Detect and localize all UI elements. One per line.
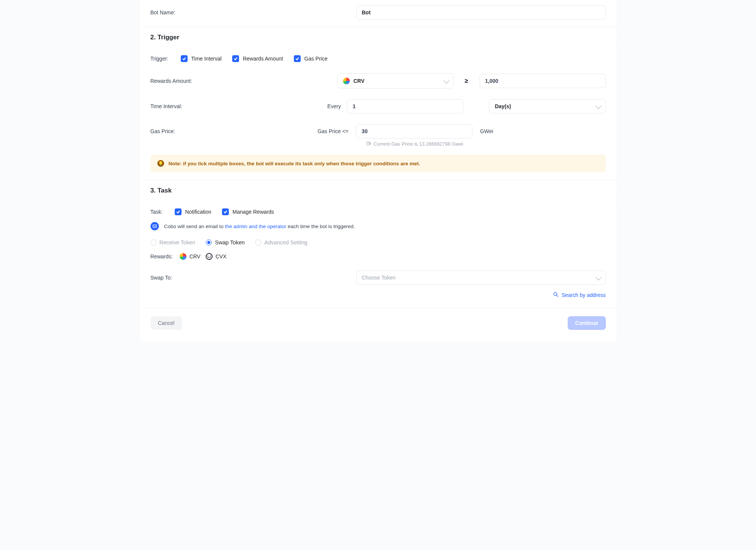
- task-label: Task:: [151, 209, 167, 215]
- swap-to-row: Swap To: Choose Token: [140, 267, 616, 289]
- trigger-checkbox-row: Trigger: Time Interval Rewards Amount Ga…: [140, 47, 616, 67]
- radio-icon: [151, 239, 157, 245]
- task-checkbox-row: Task: Notification Manage Rewards: [140, 200, 616, 220]
- reward-token-cvx: CVX: [206, 253, 227, 260]
- check-icon: [175, 208, 182, 215]
- chevron-down-icon: [595, 274, 601, 280]
- cvx-token-icon: [206, 253, 213, 260]
- svg-point-3: [554, 292, 557, 295]
- checkbox-rewards-amount-label: Rewards Amount: [243, 56, 283, 62]
- lightbulb-icon: 💡: [157, 160, 164, 167]
- email-icon: [151, 222, 159, 230]
- trigger-note-banner: 💡 Note: if you tick multiple boxes, the …: [151, 155, 606, 172]
- checkbox-time-interval[interactable]: Time Interval: [181, 55, 222, 62]
- gas-price-prefix: Gas Price <=: [318, 128, 349, 134]
- gas-price-label: Gas Price:: [151, 128, 207, 134]
- search-by-address-link[interactable]: Search by address: [140, 289, 616, 308]
- time-interval-unit-select[interactable]: Day(s): [489, 99, 605, 113]
- checkbox-notification-label: Notification: [185, 209, 211, 215]
- svg-rect-2: [153, 225, 157, 227]
- crv-token-icon: [180, 253, 186, 260]
- checkbox-gas-price-label: Gas Price: [304, 56, 328, 62]
- cancel-button[interactable]: Cancel: [151, 316, 182, 330]
- footer: Cancel Continue: [140, 308, 616, 341]
- gas-price-hint: Current Gas Price is 13.286682798 Gwei: [355, 141, 616, 152]
- reward-token-crv: CRV: [180, 253, 200, 260]
- rewards-token-value: CRV: [354, 78, 365, 84]
- chevron-down-icon: [595, 103, 601, 109]
- swap-to-label: Swap To:: [151, 275, 207, 281]
- checkbox-notification[interactable]: Notification: [175, 208, 211, 215]
- radio-advanced-setting-label: Advanced Setting: [264, 239, 307, 245]
- email-info-text: Cobo will send an email to the admin and…: [164, 224, 355, 229]
- search-by-address-text: Search by address: [562, 292, 606, 298]
- gas-price-row: Gas Price: Gas Price <= GWei: [140, 118, 616, 141]
- time-interval-input[interactable]: [347, 99, 463, 113]
- bot-name-input[interactable]: [356, 5, 606, 20]
- radio-receive-token[interactable]: Receive Token: [151, 239, 196, 245]
- radio-advanced-setting[interactable]: Advanced Setting: [255, 239, 307, 245]
- checkbox-time-interval-label: Time Interval: [191, 56, 222, 62]
- rewards-amount-row: Rewards Amount: CRV ≥: [140, 67, 616, 93]
- trigger-section-header: 2. Trigger: [140, 26, 616, 47]
- gas-price-input[interactable]: [356, 124, 472, 138]
- chevron-down-icon: [443, 77, 449, 84]
- check-icon: [232, 55, 239, 62]
- checkbox-gas-price[interactable]: Gas Price: [294, 55, 328, 62]
- rewards-operator: ≥: [461, 78, 472, 84]
- radio-icon: [206, 239, 212, 245]
- admin-operator-link[interactable]: the admin and the operator: [225, 224, 286, 229]
- time-interval-prefix: Every: [328, 103, 341, 109]
- radio-icon: [255, 239, 261, 245]
- rewards-amount-input[interactable]: [480, 74, 606, 88]
- checkbox-manage-rewards-label: Manage Rewards: [233, 209, 274, 215]
- check-icon: [222, 208, 229, 215]
- trigger-note-text: Note: if you tick multiple boxes, the bo…: [169, 161, 420, 166]
- svg-rect-0: [367, 142, 369, 145]
- task-section-header: 3. Task: [140, 180, 616, 200]
- time-interval-row: Time Interval: Every Day(s): [140, 93, 616, 118]
- radio-receive-token-label: Receive Token: [160, 239, 196, 245]
- continue-button[interactable]: Continue: [568, 316, 606, 330]
- time-interval-unit: Day(s): [495, 103, 511, 109]
- rewards-token-select[interactable]: CRV: [337, 73, 454, 89]
- bot-name-row: Bot Name:: [140, 0, 616, 26]
- time-interval-label: Time Interval:: [151, 103, 207, 109]
- gas-pump-icon: [366, 141, 371, 147]
- gas-price-unit: GWei: [480, 128, 503, 134]
- rewards-label: Rewards:: [151, 253, 173, 259]
- rewards-tokens-row: Rewards: CRV CVX: [140, 252, 616, 267]
- reward-token-cvx-label: CVX: [216, 253, 227, 259]
- radio-swap-token-label: Swap Token: [215, 239, 245, 245]
- swap-to-placeholder: Choose Token: [362, 275, 396, 281]
- reward-token-crv-label: CRV: [189, 253, 200, 259]
- check-icon: [294, 55, 301, 62]
- checkbox-rewards-amount[interactable]: Rewards Amount: [232, 55, 283, 62]
- gas-price-hint-text: Current Gas Price is 13.286682798 Gwei: [374, 141, 463, 147]
- trigger-label: Trigger:: [151, 56, 173, 62]
- radio-swap-token[interactable]: Swap Token: [206, 239, 245, 245]
- rewards-amount-label: Rewards Amount:: [151, 78, 207, 84]
- task-mode-radio-group: Receive Token Swap Token Advanced Settin…: [140, 236, 616, 252]
- svg-line-4: [557, 295, 558, 297]
- search-icon: [553, 292, 559, 298]
- bot-name-label: Bot Name:: [151, 9, 207, 16]
- swap-to-select[interactable]: Choose Token: [356, 270, 606, 285]
- check-icon: [181, 55, 188, 62]
- email-info-row: Cobo will send an email to the admin and…: [140, 220, 616, 236]
- crv-token-icon: [343, 78, 350, 84]
- checkbox-manage-rewards[interactable]: Manage Rewards: [222, 208, 274, 215]
